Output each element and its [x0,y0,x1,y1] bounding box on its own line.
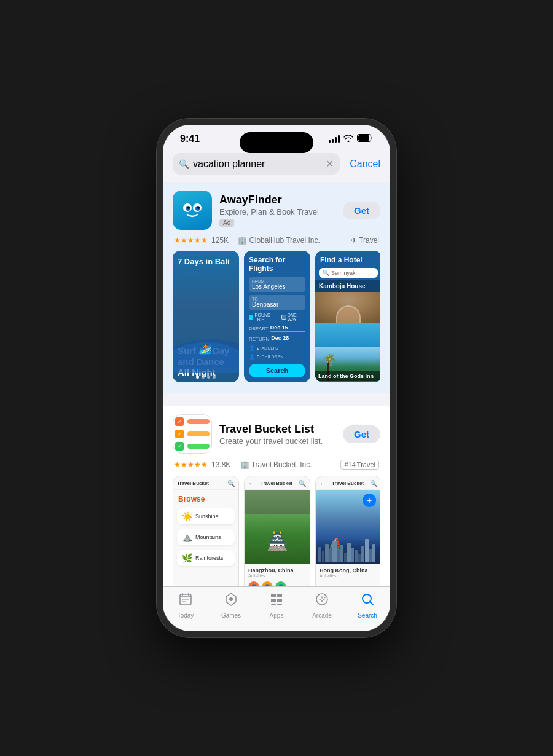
bali-title: 7 Days in Bali [178,257,234,267]
hotel2-name: Land of the Gods Inn [315,371,380,381]
get-button-awayfinder[interactable]: Get [343,202,380,219]
app-info-bucket: Travel Bucket List Create your travel bu… [219,423,335,446]
hotel2-image: Land of the Gods Inn [315,347,380,381]
depart-value: Dec 15 [270,325,305,332]
svg-line-29 [371,602,374,605]
app-name-awayfinder: AwayFinder [219,194,335,207]
place-card-header: ← Travel Bucket 🔍 [245,476,310,490]
publisher-bucket: 🏢 Travel Bucket, Inc. [240,460,312,469]
tab-bar: Today Games [163,586,390,631]
clear-icon[interactable]: ✕ [326,158,334,170]
tab-today[interactable]: Today [163,592,208,619]
depart-row: DEPART Dec 15 [249,325,305,332]
rating-stars-awayfinder: ★★★★★ [174,236,208,245]
status-icons [329,134,373,144]
hotel-listing-1: Kamboja House [315,280,380,347]
hk-add-button[interactable]: + [363,494,376,507]
tab-games-label: Games [221,612,241,619]
tab-arcade-label: Arcade [312,612,332,619]
hotel-search-bar[interactable]: 🔍 Seminyak [319,268,378,278]
browse-title: Browse [173,490,238,506]
wave-scene: 🏄 [173,327,239,373]
publisher-icon-awayfinder: 🏢 [238,236,247,245]
hk-info: Hong Kong, China Activities [316,564,380,581]
svg-rect-16 [271,594,276,597]
cancel-button[interactable]: Cancel [350,159,380,170]
category-icon-awayfinder: ✈ [351,236,357,245]
svg-point-8 [197,207,200,209]
hotel1-image [315,292,380,323]
section-gap [163,393,390,406]
search-tab-icon [360,592,375,610]
hotel-search-icon: 🔍 [323,270,329,276]
round-trip-checkbox: ✓ ROUND TRIP [249,313,279,321]
back-icon-place: ← [248,480,254,487]
apps-icon [269,592,284,610]
publisher-icon-bucket: 🏢 [240,460,249,469]
hk-card-header: ← Travel Bucket 🔍 [316,476,380,490]
tab-arcade[interactable]: Arcade [299,592,345,619]
hotel1-name: Kamboja House [315,280,380,292]
svg-rect-21 [277,604,282,605]
svg-rect-17 [277,594,282,597]
tab-search[interactable]: Search [345,592,390,619]
svg-rect-20 [271,604,276,605]
preview-cards-bucket: Travel Bucket 🔍 Browse ☀️ Sunshine ⛰️ Mo… [173,476,380,586]
dynamic-island [240,132,313,153]
hotel1-arch [336,305,361,323]
search-input[interactable] [193,159,322,170]
hotel-preview-card: Find a Hotel 🔍 Seminyak Kamboja House [315,251,380,382]
browse-card-header: Travel Bucket 🔍 [173,476,238,490]
app-card-bucket: ✓ ✓ ✓ [163,406,390,586]
status-time: 9:41 [180,133,200,144]
browse-item-rainforests: 🌿 Rainforests [177,550,235,566]
rating-stars-bucket: ★★★★★ [174,460,208,469]
hotel-listing-2: Land of the Gods Inn [315,347,380,381]
category-awayfinder: ✈ Travel [351,236,379,245]
app-icon-bucket[interactable]: ✓ ✓ ✓ [173,414,212,454]
get-button-bucket[interactable]: Get [343,425,380,443]
app-header-bucket: ✓ ✓ ✓ [173,414,380,454]
browse-header-title: Travel Bucket [177,481,209,486]
adults-row: 👤 2 ADULTS [249,345,305,351]
app-card-awayfinder: AwayFinder Explore, Plan & Book Travel A… [163,182,390,393]
arcade-icon [315,592,329,610]
search-bar-container: 🔍 ✕ Cancel [163,148,390,182]
flights-preview-card: Search for Flights FROM Los Angeles TO D… [244,251,310,382]
svg-rect-18 [271,599,276,602]
tab-search-label: Search [358,612,377,619]
tab-games[interactable]: Games [208,592,254,619]
tab-today-label: Today [178,612,194,619]
place-image: 🏯 [245,490,310,564]
hotel1-pool [315,323,380,347]
place-header-title: Travel Bucket [261,481,292,486]
hotel-search-value: Seminyak [331,270,356,276]
surfer-icon: 🏄 [200,343,212,355]
bucket-place-card: ← Travel Bucket 🔍 🏯 Hangzhou, China [244,476,310,586]
place-info: Hangzhou, China Activities [245,564,310,581]
signal-icon [329,135,340,143]
trip-type: ✓ ROUND TRIP ONE WAY [249,313,305,321]
app-meta-awayfinder: ★★★★★ 125K · 🏢 GlobalHub Travel Inc. ✈ T… [173,236,380,245]
app-meta-bucket: ★★★★★ 13.8K · 🏢 Travel Bucket, Inc. #14 … [173,460,380,470]
app-subtitle-bucket: Create your travel bucket list. [219,436,335,446]
bali-preview-card: 7 Days in Bali Surf All Day and Dance Al… [173,251,239,382]
return-value: Dec 28 [271,335,305,342]
children-row: 👤 0 CHILDREN [249,354,305,360]
app-subtitle-awayfinder: Explore, Plan & Book Travel [219,207,335,216]
hk-sub: Activities [320,573,377,578]
svg-point-15 [229,597,233,601]
phone-frame: 9:41 [157,119,396,637]
flights-search-button[interactable]: Search [249,364,305,377]
place-sub: Activities [248,573,306,578]
ad-badge: Ad [219,219,234,227]
search-bar-icon: 🔍 [179,159,189,169]
back-icon-hk: ← [320,480,326,487]
app-icon-awayfinder[interactable] [173,191,212,230]
place-name: Hangzhou, China [248,567,306,573]
category-bucket: #14 Travel [340,460,379,470]
tab-apps[interactable]: Apps [254,592,299,619]
flights-title: Search for Flights [249,256,305,273]
phone-screen: 9:41 [163,125,390,631]
svg-rect-19 [277,599,282,602]
